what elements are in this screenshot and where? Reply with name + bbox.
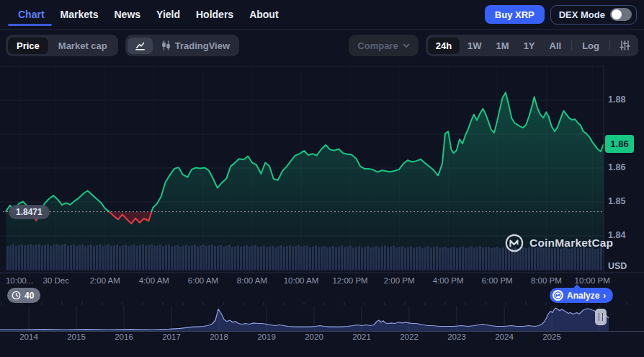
coinmarketcap-watermark: CoinMarketCap xyxy=(505,234,613,252)
range-1m-button[interactable]: 1M xyxy=(490,38,516,54)
tab-yield[interactable]: Yield xyxy=(156,0,180,29)
toolbar-right: Compare 24h 1W 1M 1Y All Log xyxy=(349,35,638,56)
nav-actions: Buy XRP DEX Mode xyxy=(485,5,644,25)
dex-mode-button[interactable]: DEX Mode xyxy=(550,5,637,25)
tradingview-label: TradingView xyxy=(175,40,230,51)
candlestick-icon xyxy=(161,40,171,50)
history-navigator[interactable] xyxy=(0,306,644,332)
handle-grip-icon xyxy=(599,313,603,321)
chart-type-group: TradingView xyxy=(125,35,239,56)
watermark-text: CoinMarketCap xyxy=(529,237,613,250)
x-axis-label: 30 Dec xyxy=(43,276,69,285)
compare-dropdown[interactable]: Compare xyxy=(349,35,418,56)
analyze-label: Analyze xyxy=(567,291,599,301)
dex-mode-toggle[interactable] xyxy=(610,8,632,21)
tab-about[interactable]: About xyxy=(249,0,278,29)
navigator-year-label: 2023 xyxy=(447,332,466,341)
open-price-label: 1.8471 xyxy=(9,205,50,219)
chart-settings-button[interactable] xyxy=(614,39,636,52)
dex-mode-label: DEX Mode xyxy=(559,9,605,20)
compare-label: Compare xyxy=(357,40,398,51)
chart-toolbar: Price Market cap Tr xyxy=(0,35,644,56)
divider xyxy=(609,40,610,50)
navigator-year-label: 2021 xyxy=(352,332,371,341)
navigator-year-label: 2018 xyxy=(210,332,228,341)
x-axis-label: 2:00 AM xyxy=(90,276,120,285)
y-axis-label: 1.86 xyxy=(608,162,640,172)
analyze-button[interactable]: Analyze › xyxy=(550,288,613,303)
page-tabs: Chart Markets News Yield Holders About xyxy=(18,0,279,29)
toggle-knob xyxy=(612,9,622,19)
currency-unit-label: USD xyxy=(608,261,627,271)
x-axis-label: 10:00... xyxy=(6,276,33,285)
coinmarketcap-logo-icon xyxy=(505,234,524,252)
toolbar-left: Price Market cap Tr xyxy=(6,35,239,56)
navigator-year-label: 2014 xyxy=(19,332,38,341)
current-price-badge: 1.86 xyxy=(605,135,634,153)
navigator-handle[interactable] xyxy=(595,309,607,325)
history-clock-icon xyxy=(12,291,21,300)
navigator-year-label: 2016 xyxy=(115,332,133,341)
metric-price-button[interactable]: Price xyxy=(8,38,48,54)
range-24h-button[interactable]: 24h xyxy=(428,38,460,54)
metric-toggle-group: Price Market cap xyxy=(6,35,118,56)
range-1w-button[interactable]: 1W xyxy=(461,38,488,54)
x-axis-label: 4:00 PM xyxy=(433,276,464,285)
navigator-year-label: 2024 xyxy=(495,332,514,341)
x-axis-label: 10:00 PM xyxy=(575,276,610,285)
sliders-icon xyxy=(620,40,630,50)
x-axis-label: 2:00 PM xyxy=(384,276,415,285)
navigator-year-label: 2022 xyxy=(400,332,419,341)
tab-chart[interactable]: Chart xyxy=(18,0,45,29)
tradingview-button[interactable]: TradingView xyxy=(154,38,237,54)
y-axis-label: 1.85 xyxy=(608,196,640,206)
line-chart-button[interactable] xyxy=(128,38,153,54)
range-all-button[interactable]: All xyxy=(543,38,568,54)
range-1y-button[interactable]: 1Y xyxy=(517,38,542,54)
x-axis-label: 12:00 PM xyxy=(332,276,367,285)
x-axis-label: 6:00 PM xyxy=(482,276,513,285)
tab-holders[interactable]: Holders xyxy=(196,0,233,29)
x-axis-label: 8:00 PM xyxy=(531,276,562,285)
chevron-down-icon xyxy=(403,43,410,48)
buy-xrp-button[interactable]: Buy XRP xyxy=(485,5,545,24)
navigator-year-label: 2020 xyxy=(305,332,323,341)
navigator-year-label: 2017 xyxy=(162,332,181,341)
navigator-year-label: 2025 xyxy=(542,332,561,341)
navigator-year-label: 2019 xyxy=(257,332,276,341)
tab-news[interactable]: News xyxy=(114,0,140,29)
x-axis-label: 4:00 AM xyxy=(139,276,169,285)
navigator-year-label: 2015 xyxy=(67,332,86,341)
xrp-chart-page: Chart Markets News Yield Holders About B… xyxy=(0,0,644,357)
y-axis-label: 1.88 xyxy=(608,94,640,105)
analyze-arrow: › xyxy=(603,291,606,301)
history-count: 40 xyxy=(24,291,34,301)
divider xyxy=(571,40,572,50)
analyze-logo-icon xyxy=(553,290,563,301)
line-chart-icon xyxy=(135,40,146,51)
x-axis-label: 8:00 AM xyxy=(237,276,267,285)
page-tabs-bar: Chart Markets News Yield Holders About B… xyxy=(0,0,644,30)
log-scale-button[interactable]: Log xyxy=(576,38,606,54)
time-range-group: 24h 1W 1M 1Y All Log xyxy=(426,35,638,56)
history-button[interactable]: 40 xyxy=(7,288,40,303)
tab-markets[interactable]: Markets xyxy=(61,0,99,29)
metric-marketcap-button[interactable]: Market cap xyxy=(50,38,116,54)
x-axis-label: 6:00 AM xyxy=(188,276,218,285)
x-axis-label: 10:00 AM xyxy=(284,276,319,285)
